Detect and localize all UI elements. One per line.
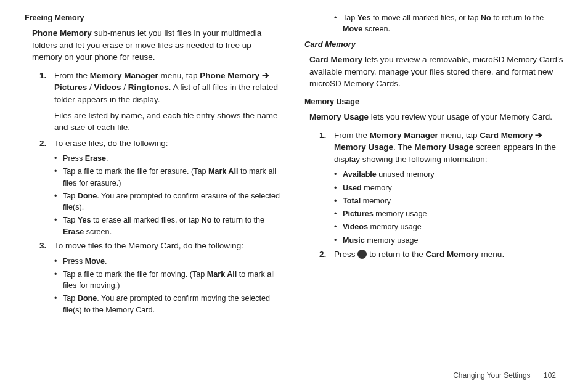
bullet-music: •Music memory usage: [334, 235, 563, 246]
page-columns: Freeing Memory Phone Memory sub-menus le…: [25, 12, 563, 317]
bullet-erase-yes: •Tap Yes to erase all marked files, or t…: [54, 214, 284, 237]
step-number: 2.: [319, 248, 334, 261]
step-2-text: To erase files, do the following:: [54, 137, 284, 150]
phone-memory-label: Phone Memory: [32, 28, 92, 38]
bullet-move-mark: •Tap a file to mark the file for moving.…: [54, 269, 284, 292]
left-column: Freeing Memory Phone Memory sub-menus le…: [25, 12, 284, 317]
bullet-videos: •Videos memory usage: [334, 221, 563, 232]
footer-section: Changing Your Settings: [453, 371, 530, 380]
bullet-total: •Total memory: [334, 195, 563, 206]
heading-memory-usage: Memory Usage: [304, 96, 563, 107]
bullet-erase-done: •Tap Done. You are prompted to confirm e…: [54, 190, 284, 213]
step-number: 3.: [39, 240, 54, 252]
phone-memory-intro: Phone Memory sub-menus let you list file…: [32, 27, 284, 63]
step-number: 1.: [39, 70, 54, 106]
step-number: 1.: [319, 129, 334, 166]
heading-freeing-memory: Freeing Memory: [25, 12, 284, 23]
step-2: 2. To erase files, do the following:: [39, 137, 284, 150]
bullet-erase-mark: •Tap a file to mark the file for erasure…: [54, 166, 284, 189]
step-3-text: To move files to the Memory Card, do the…: [54, 240, 284, 252]
step-1: 1. From the Memory Manager menu, tap Pho…: [39, 70, 284, 106]
bullet-move-done: •Tap Done. You are prompted to confirm m…: [54, 293, 284, 316]
footer-page-number: 102: [544, 371, 556, 380]
usage-step-2-text: Press to return to the Card Memory menu.: [334, 248, 563, 261]
card-memory-intro: Card Memory lets you review a removable,…: [309, 54, 563, 90]
bullet-available: •Available unused memory: [334, 169, 563, 180]
usage-step-1-text: From the Memory Manager menu, tap Card M…: [334, 129, 563, 166]
bullet-erase-press: •Press Erase.: [54, 153, 284, 164]
usage-step-1: 1. From the Memory Manager menu, tap Car…: [319, 129, 563, 166]
bullet-move-yes: •Tap Yes to move all marked files, or ta…: [334, 12, 563, 35]
memory-usage-intro: Memory Usage lets you review your usage …: [309, 111, 563, 123]
button-icon: [357, 250, 367, 259]
step-number: 2.: [39, 137, 54, 150]
step-3: 3. To move files to the Memory Card, do …: [39, 240, 284, 252]
bullet-move-press: •Press Move.: [54, 256, 284, 267]
usage-step-2: 2. Press to return to the Card Memory me…: [319, 248, 563, 261]
heading-card-memory: Card Memory: [304, 39, 563, 51]
bullet-pictures: •Pictures memory usage: [334, 208, 563, 219]
step-1-text: From the Memory Manager menu, tap Phone …: [54, 70, 284, 106]
right-column: •Tap Yes to move all marked files, or ta…: [304, 12, 563, 317]
page-footer: Changing Your Settings 102: [453, 370, 556, 381]
bullet-used: •Used memory: [334, 182, 563, 194]
step-1-continuation: Files are listed by name, and each file …: [54, 110, 284, 134]
